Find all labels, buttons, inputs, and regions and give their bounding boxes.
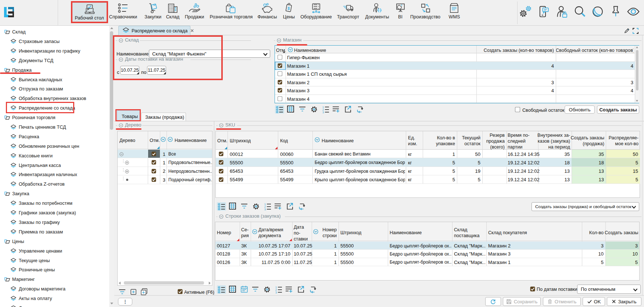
svg-text:$: $	[287, 6, 290, 11]
svg-text:3: 3	[275, 291, 277, 294]
svg-text:3: 3	[264, 208, 266, 211]
svg-text:3: 3	[322, 111, 324, 114]
